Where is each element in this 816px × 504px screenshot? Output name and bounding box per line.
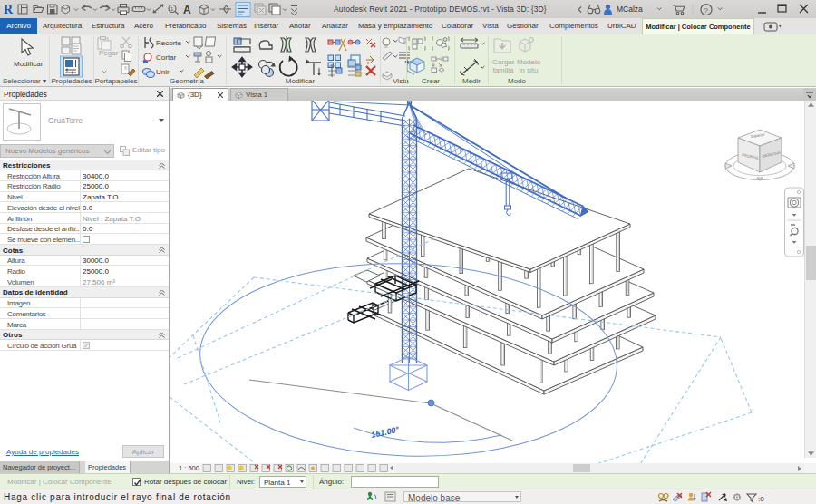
- svg-text:A: A: [183, 4, 191, 16]
- svg-text:?: ?: [704, 6, 709, 15]
- svg-text:1: 1: [170, 6, 174, 12]
- svg-text:R: R: [4, 3, 14, 16]
- svg-text::0: :0: [758, 495, 764, 503]
